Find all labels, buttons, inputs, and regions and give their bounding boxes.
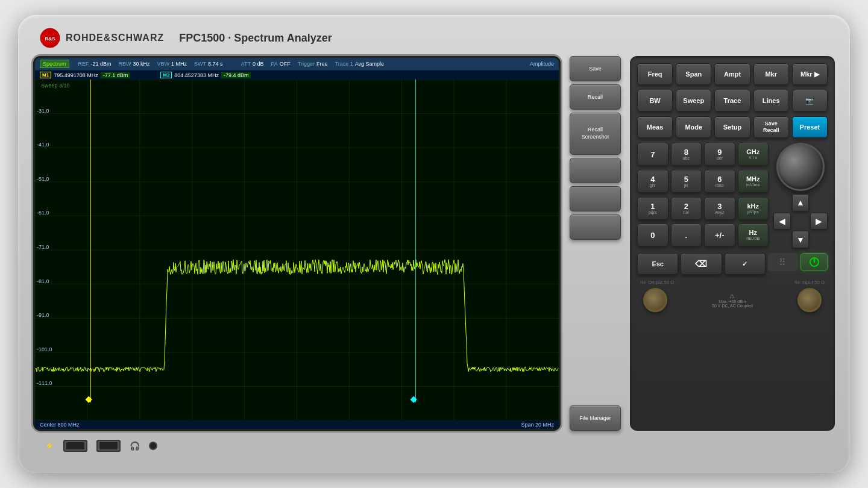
key-4[interactable]: 4ghi <box>637 170 668 193</box>
nav-arrows: ▲ ◀ ▶ ▼ <box>773 194 828 248</box>
key-5[interactable]: 5jkl <box>671 170 702 193</box>
backspace-icon: ⌫ <box>695 259 707 269</box>
softkey-save[interactable]: Save <box>570 56 621 81</box>
marker1-line <box>90 80 91 402</box>
screen-params-row2: ATT 0 dB PA OFF Trigger Free Trace 1 <box>241 61 384 67</box>
screen-plot[interactable]: Sweep 3/10 <box>35 80 559 421</box>
param-trace: Trace 1 Avg Sample <box>335 61 385 67</box>
btn-enter[interactable]: ✓ <box>725 253 766 275</box>
btn-backspace[interactable]: ⌫ <box>681 253 722 275</box>
marker1-freq: 795.4991708 MHz <box>54 72 98 78</box>
nav-down-btn[interactable]: ▼ <box>792 231 810 248</box>
screen-header: Spectrum REF -21 dBm RBW 30 kHz VBW 1 MH <box>35 58 559 70</box>
btn-camera[interactable]: 📷 <box>792 90 828 111</box>
softkey-recall[interactable]: Recall <box>570 84 621 110</box>
marker2-info: M2 804.4527383 MHz -79.4 dBm <box>160 72 251 78</box>
audio-jack-port[interactable] <box>149 442 157 450</box>
dots-menu-btn[interactable]: ⠿ <box>768 253 798 271</box>
usb-port-1[interactable] <box>63 440 87 452</box>
key-3[interactable]: 3wxyz <box>704 197 735 220</box>
check-icon: ✓ <box>742 260 747 268</box>
softkey-empty3[interactable] <box>570 214 621 240</box>
center-freq-label: Center 800 MHz <box>40 422 80 428</box>
key-2[interactable]: 2tuv <box>671 197 702 220</box>
softkey-empty1[interactable] <box>570 158 621 183</box>
nav-placeholder-br <box>810 231 828 248</box>
rf-input-port[interactable] <box>797 288 822 312</box>
btn-mkr-arrow[interactable]: Mkr ▶ <box>792 63 828 85</box>
param-vbw: VBW 1 MHz <box>157 61 187 67</box>
param-pa: PA OFF <box>271 61 290 67</box>
btn-freq[interactable]: Freq <box>637 63 673 85</box>
usb-port-inner-1 <box>66 442 84 449</box>
btn-mkr[interactable]: Mkr <box>753 63 789 85</box>
btn-esc[interactable]: Esc <box>637 253 678 275</box>
nav-up-btn[interactable]: ▲ <box>792 194 810 211</box>
left-arrow-icon: ◀ <box>779 216 785 226</box>
nav-left-btn[interactable]: ◀ <box>773 213 791 230</box>
marker2-label: M2 <box>160 72 172 78</box>
btn-save-recall[interactable]: SaveRecall <box>753 116 789 138</box>
btn-bw[interactable]: BW <box>637 90 673 111</box>
key-plusminus[interactable]: +/- <box>704 224 735 246</box>
key-0[interactable]: 0 <box>637 224 668 246</box>
spectrum-canvas <box>35 80 559 421</box>
key-khz[interactable]: kHzμV/μs <box>738 197 769 220</box>
logo-area: R&S ROHDE&SCHWARZ <box>39 27 164 49</box>
key-dot[interactable]: . <box>671 224 702 246</box>
softkey-file-manager[interactable]: File Manager <box>570 405 621 431</box>
softkey-group-bottom: File Manager <box>570 405 621 431</box>
key-mhz[interactable]: MHzmV/ms <box>738 170 769 193</box>
btn-lines[interactable]: Lines <box>753 90 789 111</box>
key-8[interactable]: 8abc <box>671 143 702 166</box>
instrument-body: R&S ROHDE&SCHWARZ FPC1500 · Spectrum Ana… <box>18 15 850 473</box>
softkeys-panel: Save Recall RecallScreenshot File Manage… <box>570 56 621 431</box>
nav-placeholder-tr <box>810 194 828 211</box>
knob-area: ▲ ◀ ▶ ▼ <box>773 143 828 248</box>
key-ghz[interactable]: GHzV / s <box>738 143 769 166</box>
nav-center <box>792 213 810 230</box>
rf-output-label: RF Output 50 Ω <box>640 280 674 285</box>
down-arrow-icon: ▼ <box>796 235 805 245</box>
spectrum-label: Spectrum <box>40 60 69 68</box>
rotary-knob[interactable] <box>776 143 825 191</box>
span-label: Span 20 MHz <box>521 422 554 428</box>
btn-setup[interactable]: Setup <box>714 116 750 138</box>
bottom-strip: ⚡ 🎧 <box>33 437 835 455</box>
usb-port-inner-2 <box>99 442 118 449</box>
usb-port-2[interactable] <box>96 440 121 452</box>
screen-display[interactable]: Spectrum REF -21 dBm RBW 30 kHz VBW 1 MH <box>35 58 559 429</box>
power-button[interactable] <box>800 253 828 271</box>
bottom-controls: ⠿ <box>768 253 828 275</box>
headphone-icon: 🎧 <box>130 441 140 451</box>
main-body: Spectrum REF -21 dBm RBW 30 kHz VBW 1 MH <box>33 56 835 431</box>
btn-span[interactable]: Span <box>676 63 711 85</box>
btn-ampt[interactable]: Ampt <box>714 63 750 85</box>
btn-meas[interactable]: Meas <box>637 116 673 138</box>
param-rbw: RBW 30 kHz <box>119 61 150 67</box>
numpad: 7 8abc 9def GHzV / s 4ghi 5jkl 6mno MHzm… <box>637 143 769 248</box>
port-warning: ⚠ Max. +30 dBm 50 V DC, AC Coupled <box>712 293 753 308</box>
key-7[interactable]: 7 <box>637 143 668 166</box>
key-hz[interactable]: HzdB./dB <box>738 224 769 246</box>
btn-mode[interactable]: Mode <box>676 116 711 138</box>
btn-preset[interactable]: Preset <box>792 116 828 138</box>
marker2-line <box>415 80 416 402</box>
power-icon <box>809 257 820 267</box>
key-1[interactable]: 1pqrs <box>637 197 668 220</box>
softkey-empty2[interactable] <box>570 186 621 211</box>
softkey-recall-screenshot[interactable]: RecallScreenshot <box>570 113 621 155</box>
num-section: 7 8abc 9def GHzV / s 4ghi 5jkl 6mno MHzm… <box>637 143 828 248</box>
ports-labels: RF Output 50 Ω RF Input 50 Ω <box>637 280 828 285</box>
key-6[interactable]: 6mno <box>704 170 735 193</box>
btn-sweep[interactable]: Sweep <box>676 90 711 111</box>
rf-output-port[interactable] <box>643 288 667 312</box>
param-swt: SWT 8.74 s <box>194 61 223 67</box>
usb-symbol-icon: ⚡ <box>45 442 54 450</box>
marker2-amp: -79.4 dBm <box>221 72 251 78</box>
key-9[interactable]: 9def <box>704 143 735 166</box>
btn-trace[interactable]: Trace <box>714 90 750 111</box>
func-keys-row1: Freq Span Ampt Mkr Mkr ▶ <box>637 63 828 85</box>
nav-right-btn[interactable]: ▶ <box>810 213 828 230</box>
right-arrow-icon: ▶ <box>816 216 822 226</box>
